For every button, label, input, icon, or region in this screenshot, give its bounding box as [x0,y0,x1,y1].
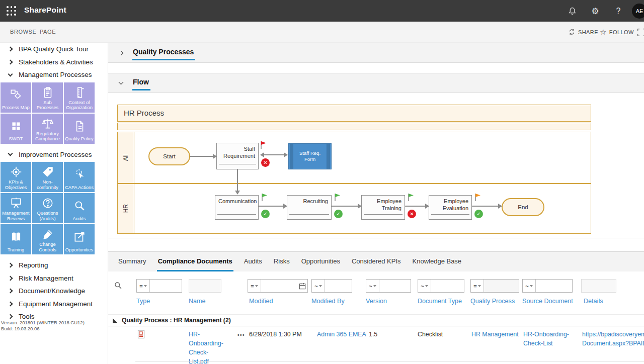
follow-button[interactable]: ☆ FOLLOW [600,28,634,36]
filter-version-operator[interactable]: ~ [366,280,379,292]
node-communication[interactable]: Communication [215,195,259,220]
ribbon-tab-page[interactable]: PAGE [40,29,56,35]
notifications-bell-icon[interactable] [566,5,578,17]
node-employee-training[interactable]: Employee Training [361,195,405,220]
filter-modified-by-operator[interactable]: ~ [312,280,325,292]
sidebar-item-label: Management Processes [19,71,92,78]
filter-name-input[interactable] [189,279,221,293]
chevron-down-icon [8,71,13,76]
filter-modified-input[interactable] [261,280,297,292]
tile-kpis-objectives[interactable]: KPIs & Objectives [1,162,31,192]
pdf-file-icon [137,330,145,339]
tab-considered-kpis[interactable]: Considered KPIs [351,252,402,271]
filter-quality-process-operator[interactable]: = [471,280,484,292]
column-header-modified-by[interactable]: Modified By [311,298,345,305]
sidebar-item-risk-management[interactable]: Risk Management [0,272,108,285]
tab-risks[interactable]: Risks [273,252,291,271]
tab-opportunities[interactable]: Opportunities [300,252,341,271]
node-start[interactable]: Start [148,147,190,165]
tab-compliance-documents[interactable]: Compliance Documents [157,252,233,271]
avatar[interactable]: AE [632,4,644,19]
filter-modified-operator[interactable]: = [248,280,261,292]
tab-audits[interactable]: Audits [243,252,263,271]
filter-type-operator[interactable]: = [137,280,150,292]
calendar-icon[interactable] [297,280,307,292]
column-header-modified[interactable]: Modified [249,298,273,305]
node-recruiting[interactable]: Recruiting [287,195,332,220]
column-header-version[interactable]: Version [366,298,387,305]
chevron-down-icon[interactable] [119,80,124,85]
filter-modified-by-input[interactable] [325,280,352,292]
column-header-quality-process[interactable]: Quality Process [470,298,515,305]
filter-quality-process-input[interactable] [484,280,519,292]
collapse-group-icon[interactable] [113,318,117,323]
filter-document-type: ~ [418,279,464,293]
modified-by-link[interactable]: Admin 365 EMEA [317,330,366,339]
chevron-right-icon [8,263,13,268]
tile-capa-actions[interactable]: CAPA Actions [64,162,95,192]
document-name-link[interactable]: HR-Onboarding-Check-List.pdf [189,330,226,364]
details-link[interactable]: https://bpadiscoveryem Document.aspx?BPA… [582,330,644,348]
column-header-type[interactable]: Type [136,298,150,305]
column-header-source-document[interactable]: Source Document [522,298,573,305]
process-map-icon [1,82,31,106]
column-header-details[interactable]: Details [584,298,603,305]
tile-training[interactable]: Training [1,224,31,254]
flow-arrow [190,156,216,157]
tile-quality-policy[interactable]: Quality Policy [64,114,95,144]
tab-knowledge-base[interactable]: Knowledge Base [412,252,463,271]
quality-process-link[interactable]: HR Management [471,330,519,339]
focus-mode-icon[interactable] [637,28,644,37]
filter-source-document-input[interactable] [536,280,572,292]
brand-title: SharePoint [24,6,66,15]
sidebar-item-reporting[interactable]: Reporting [0,259,108,272]
tile-non-conformity[interactable]: Non-conformity [32,162,63,192]
source-document-link[interactable]: HR-Onboarding-Check-List [523,330,576,348]
sidebar-item-management-processes[interactable]: Management Processes [0,68,108,81]
tile-label: Questions (Audits) [32,211,63,223]
tile-regulatory-compliance[interactable]: Regulatory Compliance [32,114,63,144]
sidebar-item-document-knowledge[interactable]: Document/Knowledge [0,285,108,298]
tile-management-reviews[interactable]: Management Reviews [1,193,31,223]
settings-gear-icon[interactable]: ⚙ [589,5,601,17]
tile-label: KPIs & Objectives [1,179,31,192]
tile-label: Quality Policy [64,136,95,143]
tile-questions-audits[interactable]: Questions (Audits) [32,193,63,223]
filter-document-type-operator[interactable]: ~ [418,280,431,292]
ribbon-tab-browse[interactable]: BROWSE [10,29,37,35]
help-icon[interactable]: ? [612,5,624,17]
section-title[interactable]: Quality Processes [132,48,195,60]
hr-process-diagram: HR Process All HR Start Staff [117,105,591,234]
node-employee-evaluation[interactable]: Employee Evaluation [429,195,472,220]
tile-change-controls[interactable]: Change Controls [32,224,63,254]
section-quality-processes: Quality Processes [108,43,644,63]
filter-type-input[interactable] [150,280,182,292]
filter-details-input[interactable] [581,279,616,293]
node-staff-req-form[interactable]: Staff Req. Form [288,143,332,169]
chevron-right-icon[interactable] [119,51,124,56]
filter-document-type-input[interactable] [431,280,464,292]
green-flag-icon [408,193,414,202]
section-title[interactable]: Flow [132,78,150,90]
tile-sub-processes[interactable]: Sub Processes [32,82,63,113]
column-header-name[interactable]: Name [189,298,206,305]
tile-swot[interactable]: SWOT [1,114,31,144]
tile-process-map[interactable]: Process Map [1,82,31,113]
node-staff-requirement[interactable]: Staff Requirement [216,143,259,169]
sidebar-item-stakeholders-activities[interactable]: Stakeholders & Activities [0,56,108,69]
tile-context-of-organization[interactable]: Context of Organization [64,82,95,113]
filter-source-document-operator[interactable]: ~ [523,280,536,292]
sidebar-item-improvement-processes[interactable]: Improvement Processes [0,148,108,161]
column-header-document-type[interactable]: Document Type [418,298,462,305]
row-menu-button[interactable]: ••• [237,332,245,339]
search-icon[interactable] [114,281,122,290]
app-launcher-icon[interactable] [7,6,16,16]
share-button[interactable]: SHARE [568,28,598,36]
tile-opportunities[interactable]: Opportunities [64,224,95,254]
tab-summary[interactable]: Summary [117,252,147,271]
node-end[interactable]: End [502,198,544,216]
tile-audits[interactable]: Audits [64,193,95,223]
filter-version-input[interactable] [379,280,411,292]
sidebar-item-equipment-management[interactable]: Equipment Management [0,298,108,311]
sidebar-item-bpa-quality-quick-tour[interactable]: BPA Quality Quick Tour [0,43,108,56]
